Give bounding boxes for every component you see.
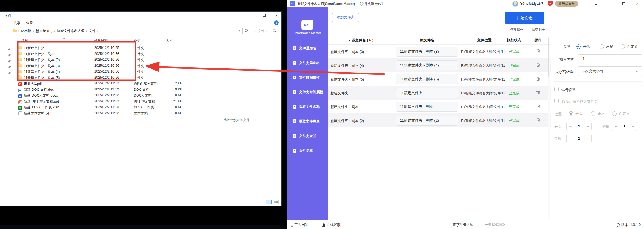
mode-tab[interactable] <box>611 22 618 28</box>
refresh-icon[interactable] <box>244 28 248 33</box>
app-menu-icon[interactable]: ≡ <box>594 1 598 6</box>
breadcrumb-item[interactable]: 文件 › <box>89 29 98 33</box>
nav-drive-item[interactable] <box>0 166 16 172</box>
start-number-stepper[interactable]: − 1 + <box>566 122 592 131</box>
column-header-type[interactable]: 类型 <box>134 38 140 43</box>
folder-row[interactable]: 11新建文件夹 - 副本 (2) 2025/12/2 10:56 文件夹 <box>17 57 186 63</box>
sidebar-item[interactable]: 文件夹重命名 <box>289 58 325 68</box>
official-site-link[interactable]: ⌂官方网站 <box>291 223 308 227</box>
number-radio-end[interactable]: 末尾 <box>591 111 605 116</box>
digits-stepper[interactable]: − 1 + <box>566 134 592 143</box>
only-number-checkbox[interactable] <box>554 99 559 103</box>
increment-stepper[interactable]: − 1 + <box>612 122 637 131</box>
search-input[interactable]: 在 文件... <box>252 28 278 34</box>
new-name-input[interactable]: 11新建文件夹 - 副本 (4) <box>396 60 458 70</box>
delete-row-button[interactable] <box>530 63 546 68</box>
minus-icon[interactable]: − <box>567 136 574 141</box>
app-minimize-icon[interactable]: − <box>608 2 612 6</box>
delete-row-button[interactable] <box>530 77 546 82</box>
vip-badge-icon[interactable]: ♥ <box>548 1 553 6</box>
folder-row[interactable]: 11新建文件夹 - 副本 2025/12/2 10:56 文件夹 <box>17 51 186 57</box>
folder-row[interactable]: 11新建文件夹 2025/12/2 10:55 文件夹 <box>17 45 186 51</box>
scrollbar-thumb[interactable] <box>548 38 549 77</box>
refresh-icon[interactable] <box>617 223 620 227</box>
radio-custom[interactable]: 自定义 <box>621 44 638 49</box>
radio-end[interactable]: 末尾 <box>600 44 613 49</box>
folder-row[interactable]: 11新建文件夹 - 副本 (3) 2025/12/2 10:56 文件夹 <box>17 63 186 69</box>
help-icon[interactable]: ? <box>274 20 279 25</box>
metadata-editor-link[interactable]: 元数据编辑器 <box>485 223 506 227</box>
thumbnail-view-button[interactable] <box>273 200 279 204</box>
file-row[interactable]: P 未命名1.pdf 2025/12/2 11:12 WPS PDF 文档 2 … <box>17 81 186 87</box>
upgrade-member-button[interactable]: ♛ 升级会员 <box>555 1 578 7</box>
sidebar-item[interactable]: 提取文件名称 <box>289 102 325 112</box>
file-row[interactable]: P 新建 PPT 演示文稿.ppt 2025/12/2 11:12 PPT 演示… <box>17 98 186 105</box>
username[interactable]: Y0ndfcLlya5P <box>520 2 543 6</box>
sidebar-item[interactable]: 提取文件夹名 <box>289 116 325 126</box>
new-name-input[interactable]: 11新建文件夹 - 副本 (3) <box>396 47 458 57</box>
folder-row[interactable]: 11新建文件夹 - 副本 (4) 2025/12/2 10:56 文件夹 <box>17 69 186 75</box>
column-header-date[interactable]: 修改日期 <box>94 38 108 43</box>
insert-content-input[interactable]: 11 <box>578 54 642 63</box>
sidebar-item[interactable]: 文件夹合并 <box>289 131 325 141</box>
add-folder-button[interactable]: 添加文件夹 <box>332 13 359 22</box>
numbering-checkbox[interactable] <box>554 87 559 91</box>
new-name-input[interactable]: 11新建文件夹 - 副本 (2) <box>396 116 458 126</box>
nav-drive-item[interactable] <box>0 172 16 178</box>
pinyin-master-link[interactable]: 汉字注音大师 <box>453 223 473 227</box>
delete-row-button[interactable] <box>530 104 546 110</box>
address-bar[interactable]: › 此电脑 › 新加卷 (F:) › 智能文件命名大师 › 文件 <box>11 28 243 34</box>
case-convert-select[interactable]: 不改变大小写 <box>578 66 642 76</box>
minus-icon[interactable]: − <box>567 124 574 129</box>
avatar[interactable] <box>512 1 518 7</box>
tab-share[interactable]: 共享 <box>14 21 20 25</box>
start-rename-button[interactable]: 开始命名 <box>505 12 544 24</box>
plus-icon[interactable]: + <box>629 124 637 129</box>
table-scrollbar[interactable] <box>548 36 550 218</box>
app-titlebar[interactable]: Aa 智能文件命名大师(SmartName Master) - 【文件夹重命名】… <box>287 0 644 7</box>
minus-icon[interactable]: − <box>612 124 619 129</box>
mode-tab[interactable] <box>559 22 567 28</box>
breadcrumb-item[interactable]: 智能文件命名大师 › <box>57 29 87 33</box>
plus-icon[interactable]: + <box>584 136 591 141</box>
number-radio-custom[interactable]: 自定义 <box>612 111 630 116</box>
file-row[interactable]: W 新建 DOC 文档.doc 2025/12/2 11:12 DOC 文档 9… <box>17 87 186 93</box>
file-row[interactable]: W 新建 DOCX 文档.docx 2025/12/2 11:12 DOCX 文… <box>17 92 186 98</box>
clear-list-button[interactable]: 清空列表 <box>532 27 545 32</box>
delete-row-button[interactable] <box>530 118 546 123</box>
plus-icon[interactable]: + <box>584 124 591 129</box>
column-header-size[interactable]: 大小 <box>166 38 173 43</box>
delete-row-button[interactable] <box>530 90 546 96</box>
explorer-minimize-icon[interactable]: − <box>249 13 255 17</box>
breadcrumb-item[interactable]: 新加卷 (F:) › <box>36 29 55 33</box>
explorer-file-menu[interactable]: 文件 <box>3 13 13 19</box>
explorer-titlebar[interactable]: 文件 − × <box>0 12 281 19</box>
delete-row-button[interactable] <box>530 49 546 54</box>
folder-row[interactable]: 11新建文件夹 - 副本 (5) 2025/12/2 10:56 文件夹 <box>17 75 186 81</box>
column-header-name[interactable]: 名称 <box>22 38 28 43</box>
file-row[interactable]: S 新建 XLSX 工作表.xlsx 2025/12/2 11:10 XLSX … <box>17 104 186 110</box>
nav-drive-item[interactable] <box>0 183 16 190</box>
tab-view[interactable]: 查看 <box>26 21 33 25</box>
file-row[interactable]: 新建文本文档.txt 2025/12/2 11:12 文本文档 0 KB <box>17 110 186 116</box>
app-close-icon[interactable]: × <box>635 1 640 6</box>
sidebar-item[interactable]: 文件重命名 <box>289 43 325 53</box>
undo-button[interactable]: 恢复操作 <box>510 27 523 32</box>
online-support-link[interactable]: 在线客服 <box>322 223 341 227</box>
number-radio-start[interactable]: 开头 <box>569 111 583 116</box>
new-name-input[interactable]: 11新建文件夹 - 副本 (5) <box>396 74 458 84</box>
radio-start[interactable]: 开头 <box>576 44 590 49</box>
explorer-close-icon[interactable]: × <box>274 13 279 18</box>
new-name-input[interactable]: 11新建文件夹 <box>396 88 458 98</box>
mode-tab[interactable] <box>628 22 635 28</box>
sidebar-item[interactable]: 文件夹时间属性 <box>289 87 325 97</box>
new-name-input[interactable]: 11新建文件夹 - 副本 <box>396 102 458 112</box>
address-dropdown-icon[interactable]: ∨ <box>238 29 240 33</box>
sidebar-item[interactable]: 文件时间属性 <box>289 73 325 82</box>
details-view-button[interactable] <box>266 200 272 204</box>
explorer-maximize-icon[interactable] <box>261 13 267 17</box>
sidebar-item[interactable]: 文件提取 <box>289 146 325 156</box>
app-maximize-icon[interactable] <box>621 2 626 6</box>
source-name-header[interactable]: ▼ 源文件名 ( 6 ) <box>328 38 394 43</box>
mode-tab[interactable] <box>593 22 601 28</box>
